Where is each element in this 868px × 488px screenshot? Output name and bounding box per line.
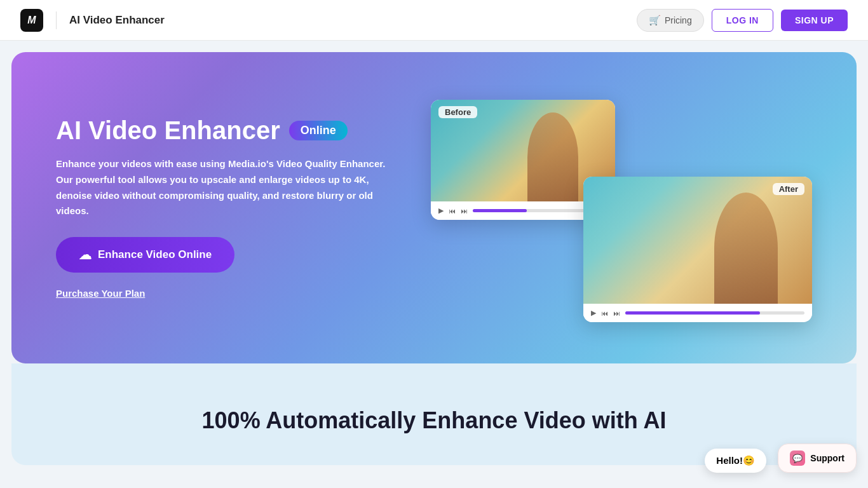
nav-brand: AI Video Enhancer — [69, 14, 165, 27]
after-progress-fill — [625, 311, 760, 315]
logo-icon: M — [20, 9, 43, 32]
login-button[interactable]: LOG IN — [712, 9, 773, 32]
play-icon-after[interactable]: ▶ — [591, 309, 596, 317]
enhance-video-button[interactable]: ☁ Enhance Video Online — [56, 237, 234, 273]
chat-hello-bubble: Hello!😊 — [705, 449, 766, 473]
navbar: M AI Video Enhancer 🛒 Pricing LOG IN SIG… — [0, 0, 868, 41]
prev-icon[interactable]: ⏮ — [449, 207, 456, 215]
support-button[interactable]: 💬 Support — [778, 444, 857, 473]
prev-icon-after[interactable]: ⏮ — [601, 309, 608, 317]
hero-title: AI Video Enhancer Online — [56, 116, 412, 145]
purchase-plan-link[interactable]: Purchase Your Plan — [56, 288, 145, 299]
nav-right: 🛒 Pricing LOG IN SIGN UP — [637, 9, 848, 32]
after-controls: ▶ ⏮ ⏭ — [583, 304, 812, 322]
nav-divider — [56, 11, 57, 29]
cart-icon: 🛒 — [649, 15, 661, 26]
next-icon[interactable]: ⏭ — [461, 207, 468, 215]
hero-left: AI Video Enhancer Online Enhance your vi… — [56, 116, 412, 299]
hero-right: Before ▶ ⏮ ⏭ After ▶ ⏮ ⏭ — [412, 87, 812, 329]
after-label: After — [773, 183, 804, 195]
nav-left: M AI Video Enhancer — [20, 9, 165, 32]
hero-description: Enhance your videos with ease using Medi… — [56, 156, 386, 219]
support-icon: 💬 — [790, 451, 805, 466]
after-progress-bar[interactable] — [625, 311, 804, 315]
after-video-card: After ▶ ⏮ ⏭ — [583, 177, 812, 322]
upload-icon: ☁ — [79, 247, 92, 262]
play-icon[interactable]: ▶ — [438, 207, 444, 215]
pricing-button[interactable]: 🛒 Pricing — [637, 9, 704, 32]
online-badge: Online — [289, 121, 348, 140]
signup-button[interactable]: SIGN UP — [781, 10, 848, 31]
after-thumbnail — [583, 177, 812, 304]
next-icon-after[interactable]: ⏭ — [613, 309, 620, 317]
before-label: Before — [438, 106, 477, 118]
hero-section: AI Video Enhancer Online Enhance your vi… — [11, 52, 857, 363]
before-progress-fill — [473, 209, 527, 212]
bottom-title: 100% Automatically Enhance Video with AI — [202, 407, 667, 434]
